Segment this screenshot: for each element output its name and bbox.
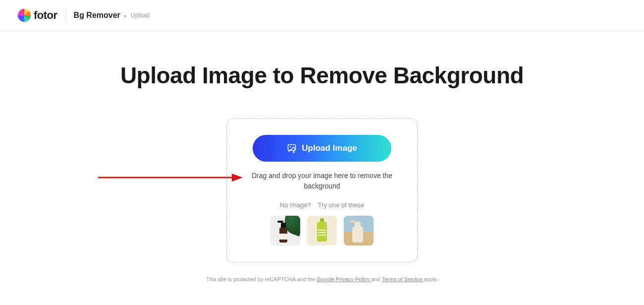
sample-image-2[interactable] <box>307 216 337 245</box>
footer-mid: and <box>371 276 381 282</box>
try-label: Try one of these <box>318 201 364 209</box>
fotor-logo-icon <box>18 9 31 22</box>
recaptcha-notice: This site is protected by reCAPTCHA and … <box>206 276 438 282</box>
footer-suffix: apply. <box>424 276 438 282</box>
page-title: Upload Image to Remove Background <box>120 62 524 89</box>
footer-prefix: This site is protected by reCAPTCHA and … <box>206 276 317 282</box>
terms-of-service-link[interactable]: Terms of Service <box>381 276 424 282</box>
sample-image-3[interactable] <box>344 216 374 245</box>
brand-name: fotor <box>34 9 57 22</box>
breadcrumb: Bg Remover ▸ Upload <box>74 11 150 20</box>
upload-image-button[interactable]: Upload Image <box>253 135 391 162</box>
upload-dropzone[interactable]: Upload Image Drag and drop your image he… <box>226 119 418 262</box>
upload-button-label: Upload Image <box>302 143 357 153</box>
brand-logo[interactable]: fotor <box>18 9 57 22</box>
breadcrumb-current: Upload <box>131 12 150 19</box>
image-upload-icon <box>287 143 297 153</box>
annotation-arrow <box>98 173 243 183</box>
sample-images-row <box>270 216 374 245</box>
sample-prompt: No image? Try one of these <box>280 201 364 209</box>
privacy-policy-link[interactable]: Google Privacy Policy <box>317 276 371 282</box>
breadcrumb-section[interactable]: Bg Remover <box>74 11 120 20</box>
header-divider <box>65 9 66 21</box>
header: fotor Bg Remover ▸ Upload <box>0 0 644 31</box>
chevron-right-icon: ▸ <box>124 13 127 18</box>
svg-point-4 <box>290 146 291 148</box>
no-image-label: No image? <box>280 201 311 209</box>
main-content: Upload Image to Remove Background Upload… <box>0 31 644 282</box>
sample-image-1[interactable] <box>270 216 300 245</box>
dropzone-hint: Drag and drop your image here to remove … <box>243 171 401 191</box>
